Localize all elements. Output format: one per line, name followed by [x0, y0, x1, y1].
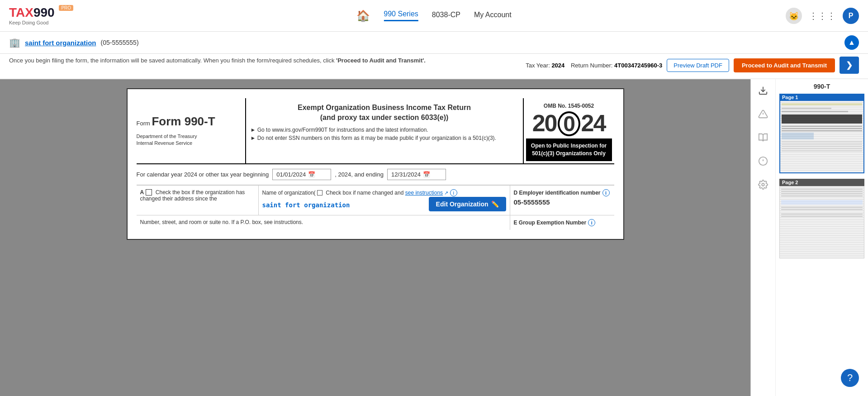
home-icon[interactable]: 🏠 [356, 10, 370, 22]
calendar-icon-end[interactable]: 📅 [423, 171, 430, 178]
svg-point-8 [762, 183, 764, 186]
name-field: Name of organization( Check box if name … [259, 186, 510, 215]
ein-label: D Employer identification number i [514, 189, 611, 196]
info-circle-ein[interactable]: i [602, 189, 610, 196]
edit-organization-button[interactable]: Edit Organization ✏️ [429, 197, 506, 211]
public-inspection-box: Open to Public Inspection for 501(c)(3) … [526, 138, 612, 161]
org-name-link[interactable]: saint fort organization [25, 39, 96, 47]
main-layout: Form Form 990-T Department of the Treasu… [0, 79, 868, 396]
thumb-lines-2 [780, 186, 864, 258]
logo-tagline: Keep Doing Good [9, 20, 73, 25]
form-pages-title: 990-T [779, 83, 864, 90]
right-panel: 990-T Page 1 [750, 79, 868, 396]
info-circle-name[interactable]: i [450, 189, 457, 196]
header: TAX990 PRO Keep Doing Good 🏠 990 Series … [0, 0, 868, 32]
name-field-row: Name of organization( Check box if name … [262, 189, 506, 196]
logo: TAX990 PRO [9, 6, 73, 19]
org-ein: (05-5555555) [101, 39, 139, 46]
header-right: 🐱 ⋮⋮⋮ P [786, 8, 859, 24]
collapse-button[interactable]: ▲ [844, 35, 859, 50]
info-circle-group-exempt[interactable]: i [588, 219, 595, 226]
ein-field: D Employer identification number i 05-55… [510, 186, 614, 215]
form-number: Form Form 990-T [137, 115, 245, 129]
nav-my-account[interactable]: My Account [474, 11, 512, 21]
subheader: 🏢 saint fort organization (05-5555555) ▲ [0, 32, 868, 54]
fields-row: A Check the box if the organization has … [137, 185, 614, 215]
see-instructions-link[interactable]: see instructions [405, 190, 443, 196]
logo-tax: TAX [9, 5, 33, 19]
start-date-input[interactable]: 01/01/2024 📅 [272, 169, 331, 180]
account-icon-area[interactable]: 🐱 [786, 8, 802, 24]
street-row: Number, street, and room or suite no. If… [137, 215, 614, 230]
form-center-col: Exempt Organization Business Income Tax … [245, 98, 524, 163]
address-changed-checkbox[interactable] [146, 189, 152, 196]
next-button[interactable]: ❯ [840, 57, 859, 74]
pro-badge: PRO [59, 5, 73, 11]
page-2-thumbnail[interactable]: Page 2 [779, 179, 864, 258]
form-left-col: Form Form 990-T Department of the Treasu… [137, 98, 245, 163]
logo-area: TAX990 PRO Keep Doing Good [9, 6, 73, 25]
page-2-label: Page 2 [779, 179, 864, 186]
org-icon: 🏢 [9, 37, 20, 48]
form-instructions: ► Go to www.irs.gov/Form990T for instruc… [251, 127, 518, 141]
info-icon-button[interactable] [756, 154, 770, 168]
ein-value: 05-5555555 [514, 198, 611, 206]
account-avatar-icon: 🐱 [786, 8, 802, 24]
page-2-thumb-img [779, 186, 864, 258]
tax-year-info: Tax Year: 2024 Return Number: 4T00347245… [526, 62, 662, 69]
page-1-thumbnail[interactable]: Page 1 [779, 94, 864, 173]
form-right-col: OMB No. 1545-0052 20024 Open to Public I… [524, 98, 614, 163]
svg-text:🐱: 🐱 [789, 11, 799, 21]
download-icon-button[interactable] [756, 84, 770, 97]
preview-draft-pdf-button[interactable]: Preview Draft PDF [667, 59, 729, 72]
user-avatar[interactable]: P [843, 8, 859, 24]
form-area: Form Form 990-T Department of the Treasu… [0, 79, 750, 396]
calendar-icon-start[interactable]: 📅 [308, 171, 315, 178]
nav-8038cp[interactable]: 8038-CP [432, 11, 460, 21]
proceed-audit-transmit-button[interactable]: Proceed to Audit and Transmit [734, 58, 835, 72]
icon-strip [751, 79, 776, 396]
external-link-icon: ↗ [444, 190, 448, 196]
page-1-label: Page 1 [779, 94, 864, 101]
info-message: Once you begin filing the form, the info… [9, 57, 426, 64]
edit-icon: ✏️ [491, 200, 499, 208]
info-bar: Once you begin filing the form, the info… [0, 54, 868, 79]
field-a: A Check the box if the organization has … [137, 186, 259, 215]
logo-990: 990 [33, 5, 55, 19]
main-nav: 🏠 990 Series 8038-CP My Account [356, 10, 511, 22]
form-header-row: Form Form 990-T Department of the Treasu… [137, 98, 614, 164]
pages-panel: 990-T Page 1 [776, 79, 868, 396]
year-zero: 0 [558, 111, 580, 136]
year-display: 20024 [532, 111, 606, 136]
group-exempt-label: E Group Exemption Number i [514, 219, 611, 226]
info-actions: Tax Year: 2024 Return Number: 4T00347245… [526, 57, 859, 74]
grid-icon[interactable]: ⋮⋮⋮ [809, 10, 836, 21]
nav-990-series[interactable]: 990 Series [384, 10, 418, 21]
info-text-area: Once you begin filing the form, the info… [9, 57, 517, 64]
dept-info: Department of the Treasury Internal Reve… [137, 133, 245, 147]
street-field: Number, street, and room or suite no. If… [137, 215, 510, 230]
group-exempt-field: E Group Exemption Number i [510, 215, 614, 230]
page-1-thumb-img [779, 101, 864, 173]
org-name-display: saint fort organization [262, 201, 350, 209]
book-icon-button[interactable] [756, 131, 770, 144]
settings-icon-button[interactable] [756, 178, 770, 191]
name-changed-checkbox[interactable] [317, 190, 323, 196]
form-title: Exempt Organization Business Income Tax … [251, 103, 518, 123]
help-button[interactable]: ? [841, 369, 859, 387]
form-document: Form Form 990-T Department of the Treasu… [127, 88, 624, 240]
end-date-input[interactable]: 12/31/2024 📅 [387, 169, 446, 180]
warning-icon-button[interactable] [756, 107, 770, 121]
date-row: For calendar year 2024 or other tax year… [137, 164, 614, 185]
